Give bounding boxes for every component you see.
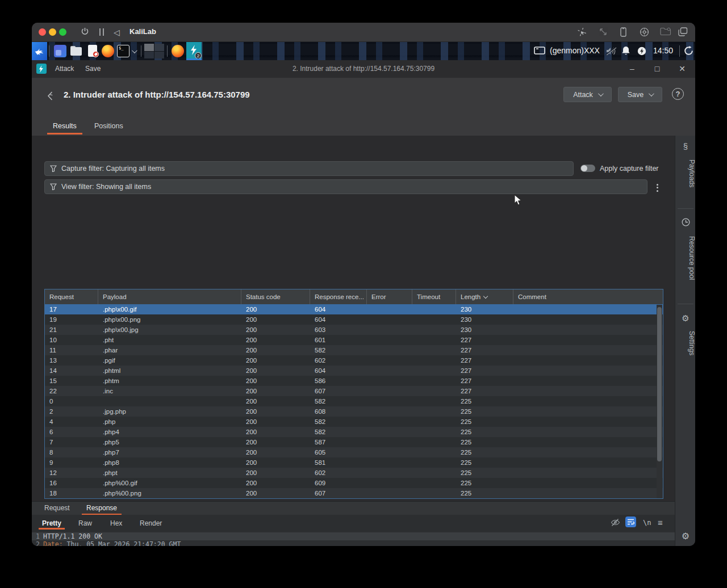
workspace-4[interactable] [154,52,164,59]
tab-positions[interactable]: Positions [89,119,129,135]
sidebar-tab-settings[interactable]: Settings [675,326,695,360]
table-row[interactable]: 19.php\x00.png200604230 [45,314,663,325]
kali-menu-button[interactable] [32,42,47,60]
capture-filter-bar[interactable]: Capture filter: Capturing all items [44,161,574,176]
text-editor-launcher[interactable] [86,45,99,57]
table-row[interactable]: 16.php%00.gif200609225 [45,478,663,488]
bottom-settings-gear-icon[interactable]: ⚙ [675,531,695,541]
burp-window-button[interactable]: 2 [186,42,202,60]
session-logout-icon[interactable] [684,46,693,56]
workspace-pager[interactable] [144,44,164,58]
col-timeout[interactable]: Timeout [412,289,456,304]
help-button[interactable]: ? [672,88,684,100]
workspace-2[interactable] [154,44,164,51]
response-line[interactable]: 1HTTP/1.1 200 OK [32,532,675,540]
col-status[interactable]: Status code [241,289,310,304]
cell-received: 605 [310,447,367,457]
col-error[interactable]: Error [367,289,412,304]
notifications-bell-icon[interactable] [621,46,630,56]
file-manager-launcher[interactable] [70,45,82,57]
genmon-terminal-icon[interactable] [534,47,545,56]
table-row[interactable]: 21.php\x00.jpg200603230 [45,325,663,335]
table-row[interactable]: 13.pgif200602227 [45,355,663,366]
table-row[interactable]: 10.pht200601227 [45,335,663,345]
back-arrow-icon[interactable] [44,90,57,102]
window-manager-launcher[interactable] [54,45,66,57]
sidebar-tab-resource-pool[interactable]: Resource pool [675,230,695,287]
tab-response[interactable]: Response [82,502,122,515]
minimize-button[interactable]: – [627,64,637,73]
workspace-1-active[interactable] [144,44,154,51]
table-row[interactable]: 15.phtm200586227 [45,376,663,386]
cell-request: 4 [45,417,98,427]
workspace-3[interactable] [144,52,154,59]
apply-capture-filter-toggle[interactable] [580,165,595,172]
editor-menu-icon[interactable]: ≡ [658,518,663,527]
power-manager-icon[interactable] [637,47,646,56]
col-response-received[interactable]: Response rece... [310,289,367,304]
shared-folder-icon[interactable] [660,27,671,36]
disc-icon[interactable] [640,27,649,37]
table-row[interactable]: 6.php4200582225 [45,427,663,437]
tab-pretty[interactable]: Pretty [39,516,65,530]
tab-results[interactable]: Results [47,119,82,135]
response-line[interactable]: 2Date: Thu, 05 Mar 2026 21:47:20 GMT [32,540,675,546]
tab-raw[interactable]: Raw [75,516,95,530]
col-length[interactable]: Length [456,289,513,304]
cell-status: 200 [241,304,310,314]
show-newlines-button[interactable]: \n [643,519,651,527]
copy-windows-icon[interactable] [678,27,688,36]
save-button[interactable]: Save [618,87,662,102]
firefox-window-button[interactable] [172,45,184,57]
table-row[interactable]: 11.phar200582227 [45,345,663,355]
table-row[interactable]: 18.php%00.png200607225 [45,488,663,498]
terminal-launcher[interactable]: $_ [117,45,129,57]
table-row[interactable]: 17.php\x00.gif200604230 [45,304,663,314]
power-icon[interactable] [81,27,89,36]
hide-eye-icon[interactable] [611,518,620,527]
step-back-icon[interactable]: ◁ [114,28,120,37]
cell-status: 200 [241,335,310,345]
table-row[interactable]: 8.php7200605225 [45,447,663,457]
table-row[interactable]: 7.php5200587225 [45,437,663,447]
resize-icon[interactable] [599,27,608,36]
cell-comment [513,376,663,386]
tab-render[interactable]: Render [136,516,165,530]
pause-icon[interactable] [99,28,105,36]
tab-request[interactable]: Request [40,502,74,515]
col-payload[interactable]: Payload [98,289,241,304]
resource-pool-clock-icon[interactable] [675,218,695,226]
close-traffic-light[interactable] [39,28,46,36]
word-wrap-button[interactable] [625,516,636,527]
attack-button[interactable]: Attack [563,87,612,102]
table-row[interactable]: 14.phtml200604227 [45,366,663,376]
table-row[interactable]: 2.jpg.php200608225 [45,406,663,417]
burp-titlebar[interactable]: Attack Save 2. Intruder attack of http:/… [32,60,695,78]
table-row[interactable]: 0200582225 [45,396,663,406]
table-row[interactable]: 22.inc200607227 [45,386,663,396]
terminal-dropdown-chevron-icon[interactable] [132,48,137,53]
table-row[interactable]: 9.php8200581225 [45,457,663,468]
macos-titlebar[interactable]: ◁ KaliLab [32,23,695,42]
device-icon[interactable] [620,27,626,37]
firefox-launcher[interactable] [102,45,114,57]
response-editor[interactable]: 1HTTP/1.1 200 OK2Date: Thu, 05 Mar 2026 … [32,531,675,546]
payloads-section-icon[interactable]: § [675,141,695,151]
tab-hex[interactable]: Hex [107,516,126,530]
audio-muted-icon[interactable] [605,47,617,56]
minimize-traffic-light[interactable] [49,28,56,36]
table-row[interactable]: 4.php200582225 [45,417,663,427]
settings-gear-icon[interactable]: ⚙ [675,313,695,324]
maximize-button[interactable]: □ [652,64,662,73]
col-request[interactable]: Request [45,289,98,304]
close-button[interactable]: ✕ [677,64,687,73]
kebab-menu-icon[interactable] [657,182,659,193]
pointer-effects-icon[interactable] [577,27,587,37]
zoom-traffic-light[interactable] [59,28,66,36]
table-scrollbar[interactable] [657,305,662,498]
view-filter-bar[interactable]: View filter: Showing all items [44,179,647,194]
sidebar-tab-payloads[interactable]: Payloads [675,154,695,194]
table-row[interactable]: 12.phpt200602225 [45,468,663,478]
scrollbar-thumb[interactable] [657,307,662,461]
col-comment[interactable]: Comment [513,289,663,304]
